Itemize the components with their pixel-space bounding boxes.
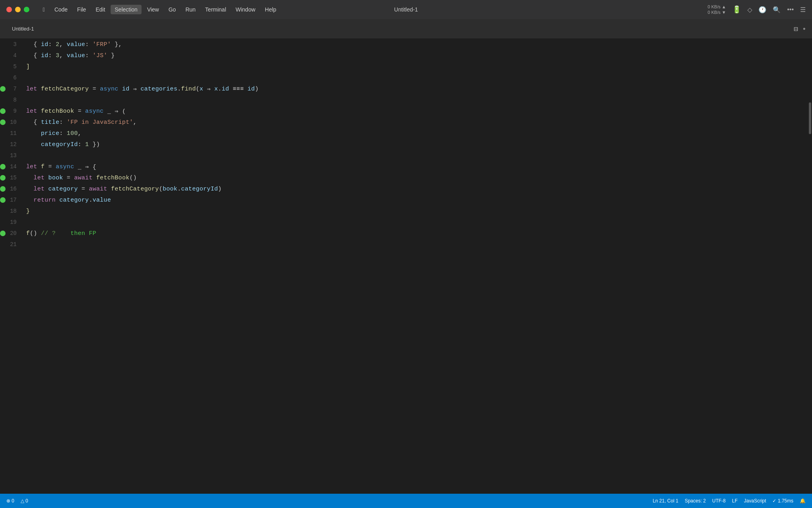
code-line-11: price : 100 , [26,128,812,139]
tab-untitled-1[interactable]: Untitled-1 [6,23,40,34]
gutter-line-19: 19 [0,217,17,228]
code-line-12: categoryId : 1 }) [26,139,812,150]
gutter-line-6: 6 [0,72,17,83]
more-icon[interactable]: ••• [787,6,794,13]
search-icon[interactable]: 🔍 [773,6,781,13]
menu-run[interactable]: Run [182,5,200,14]
breakpoint-17[interactable] [0,197,6,203]
gutter-line-7: 7 [0,83,17,94]
code-line-4: { id : 3 , value : 'JS' } [26,50,812,61]
menu-terminal[interactable]: Terminal [201,5,230,14]
wifi-icon: ◇ [747,6,752,13]
title-bar-right: 0 KB/s ▲0 KB/s ▼ 🔋 ◇ 🕐 🔍 ••• ☰ [708,4,806,15]
gutter-line-9: 9 [0,106,17,117]
gutter-line-20: 20 [0,228,17,239]
network-speed: 0 KB/s ▲0 KB/s ▼ [708,4,726,15]
breakpoint-10[interactable] [0,119,6,125]
minimize-button[interactable] [15,7,21,12]
dot-icon[interactable]: ● [803,26,806,32]
menu-file[interactable]: File [73,5,90,14]
code-line-15: let book = await fetchBook () [26,172,812,183]
status-warnings[interactable]: △ 0 [21,498,28,504]
code-line-18: } [26,206,812,217]
status-errors[interactable]: ⊗ 0 [6,498,14,504]
breakpoint-16[interactable] [0,186,6,192]
status-bar: ⊗ 0 △ 0 Ln 21, Col 1 Spaces: 2 UTF-8 LF … [0,494,812,508]
line-gutter: 3 4 5 6 7 8 9 10 [0,39,20,494]
apple-menu[interactable]:  [39,5,49,14]
maximize-button[interactable] [24,7,29,12]
gutter-line-16: 16 [0,183,17,194]
menu-selection[interactable]: Selection [111,5,142,14]
code-line-14: let f = async _ ⇒ { [26,161,812,172]
code-line-19 [26,217,812,228]
code-line-7: let fetchCategory = async id ⇒ categorie… [26,83,812,94]
title-bar:  Code File Edit Selection View Go Run T… [0,0,812,19]
code-line-17: return category . value [26,194,812,206]
status-timing[interactable]: ✓ 1.75ms [772,498,793,504]
status-language[interactable]: JavaScript [744,498,766,504]
menu-window[interactable]: Window [232,5,259,14]
code-line-13 [26,150,812,161]
clock-icon: 🕐 [758,6,766,13]
scrollbar-thumb[interactable] [809,102,811,134]
menu-view[interactable]: View [143,5,163,14]
tab-bar: Untitled-1 ⊟ ● [0,19,812,39]
status-eol[interactable]: LF [732,498,737,504]
gutter-line-17: 17 [0,194,17,206]
tab-bar-icons: ⊟ ● [794,25,806,33]
status-notifications-icon[interactable]: 🔔 [800,498,806,504]
gutter-line-12: 12 [0,139,17,150]
title-bar-left:  Code File Edit Selection View Go Run T… [6,5,280,14]
code-editor[interactable]: { id : 2 , value : 'FRP' }, { id : 3 , v… [20,39,812,494]
status-ln-col[interactable]: Ln 21, Col 1 [653,498,678,504]
gutter-line-11: 11 [0,128,17,139]
battery-icon: 🔋 [732,5,741,14]
breakpoint-9[interactable] [0,108,6,114]
gutter-line-15: 15 [0,172,17,183]
editor: 3 4 5 6 7 8 9 10 [0,39,812,494]
breakpoint-15[interactable] [0,175,6,181]
gutter-line-5: 5 [0,61,17,72]
menu-bar:  Code File Edit Selection View Go Run T… [39,5,280,14]
traffic-lights [6,7,29,12]
status-spaces[interactable]: Spaces: 2 [685,498,706,504]
breakpoint-20[interactable] [0,231,6,236]
code-line-21 [26,239,812,250]
menu-help[interactable]: Help [261,5,280,14]
code-line-10: { title : 'FP in JavaScript' , [26,117,812,128]
gutter-line-21: 21 [0,239,17,250]
gutter-line-8: 8 [0,94,17,106]
list-icon[interactable]: ☰ [800,6,806,13]
close-button[interactable] [6,7,12,12]
menu-edit[interactable]: Edit [92,5,109,14]
breakpoint-14[interactable] [0,164,6,169]
code-line-16: let category = await fetchCategory ( boo… [26,183,812,194]
gutter-line-3: 3 [0,39,17,50]
code-line-3: { id : 2 , value : 'FRP' }, [26,39,812,50]
status-encoding[interactable]: UTF-8 [712,498,726,504]
code-line-9: let fetchBook = async _ ⇒ ( [26,106,812,117]
split-editor-icon[interactable]: ⊟ [794,25,798,33]
gutter-line-18: 18 [0,206,17,217]
gutter-line-13: 13 [0,150,17,161]
window-title: Untitled-1 [394,6,418,13]
code-line-5: ] [26,61,812,72]
gutter-line-4: 4 [0,50,17,61]
code-line-8 [26,94,812,106]
breakpoint-7[interactable] [0,86,6,92]
gutter-line-10: 10 [0,117,17,128]
scrollbar-track[interactable] [808,39,812,494]
menu-code[interactable]: Code [50,5,71,14]
code-line-20: f () // ? then FP [26,228,812,239]
gutter-line-14: 14 [0,161,17,172]
menu-go[interactable]: Go [165,5,180,14]
code-line-6 [26,72,812,83]
